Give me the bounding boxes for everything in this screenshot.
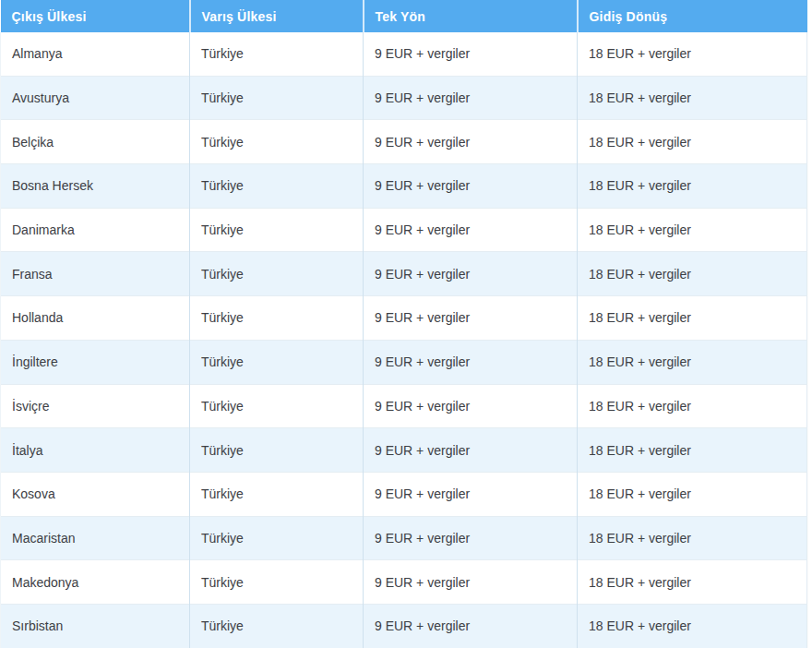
one-way-price-cell: 9 EUR + vergiler: [364, 560, 578, 605]
round-trip-price-cell: 18 EUR + vergiler: [578, 252, 807, 296]
table-row: Makedonya Türkiye 9 EUR + vergiler 18 EU…: [1, 560, 807, 605]
one-way-price-cell: 9 EUR + vergiler: [364, 32, 578, 76]
arrival-country-cell: Türkiye: [190, 252, 364, 296]
departure-country-cell: Hollanda: [1, 296, 190, 341]
column-header-one-way: Tek Yön: [364, 0, 578, 32]
departure-country-cell: İtalya: [1, 428, 190, 473]
departure-country-cell: İsviçre: [1, 384, 190, 428]
departure-country-cell: Belçika: [1, 120, 190, 164]
table-row: Fransa Türkiye 9 EUR + vergiler 18 EUR +…: [1, 252, 807, 296]
arrival-country-cell: Türkiye: [190, 428, 364, 473]
table-row: İtalya Türkiye 9 EUR + vergiler 18 EUR +…: [1, 428, 807, 473]
table-row: Avusturya Türkiye 9 EUR + vergiler 18 EU…: [1, 76, 807, 120]
one-way-price-cell: 9 EUR + vergiler: [364, 252, 578, 296]
arrival-country-cell: Türkiye: [190, 76, 364, 120]
round-trip-price-cell: 18 EUR + vergiler: [578, 560, 807, 605]
table-row: Almanya Türkiye 9 EUR + vergiler 18 EUR …: [1, 32, 807, 76]
column-header-round-trip: Gidiş Dönüş: [578, 0, 807, 32]
round-trip-price-cell: 18 EUR + vergiler: [578, 428, 807, 473]
round-trip-price-cell: 18 EUR + vergiler: [578, 296, 807, 341]
table-row: İngiltere Türkiye 9 EUR + vergiler 18 EU…: [1, 340, 807, 384]
table-body: Almanya Türkiye 9 EUR + vergiler 18 EUR …: [1, 32, 807, 648]
table-row: İsviçre Türkiye 9 EUR + vergiler 18 EUR …: [1, 384, 807, 428]
table-header: Çıkış Ülkesi Varış Ülkesi Tek Yön Gidiş …: [1, 0, 807, 32]
round-trip-price-cell: 18 EUR + vergiler: [578, 120, 807, 164]
one-way-price-cell: 9 EUR + vergiler: [364, 384, 578, 428]
table-row: Sırbistan Türkiye 9 EUR + vergiler 18 EU…: [1, 604, 807, 647]
one-way-price-cell: 9 EUR + vergiler: [364, 76, 578, 120]
table-row: Hollanda Türkiye 9 EUR + vergiler 18 EUR…: [1, 296, 807, 341]
one-way-price-cell: 9 EUR + vergiler: [364, 296, 578, 341]
table-row: Kosova Türkiye 9 EUR + vergiler 18 EUR +…: [1, 472, 807, 516]
one-way-price-cell: 9 EUR + vergiler: [364, 472, 578, 516]
departure-country-cell: Avusturya: [1, 76, 190, 120]
round-trip-price-cell: 18 EUR + vergiler: [578, 32, 807, 76]
column-header-arrival-country: Varış Ülkesi: [190, 0, 364, 32]
departure-country-cell: Danimarka: [1, 208, 190, 252]
arrival-country-cell: Türkiye: [190, 164, 364, 209]
table-row: Macaristan Türkiye 9 EUR + vergiler 18 E…: [1, 516, 807, 560]
one-way-price-cell: 9 EUR + vergiler: [364, 164, 578, 209]
arrival-country-cell: Türkiye: [190, 32, 364, 76]
departure-country-cell: Macaristan: [1, 516, 190, 560]
column-header-departure-country: Çıkış Ülkesi: [1, 0, 190, 32]
departure-country-cell: Makedonya: [1, 560, 190, 605]
arrival-country-cell: Türkiye: [190, 472, 364, 516]
arrival-country-cell: Türkiye: [190, 604, 364, 647]
arrival-country-cell: Türkiye: [190, 340, 364, 384]
departure-country-cell: Fransa: [1, 252, 190, 296]
departure-country-cell: Kosova: [1, 472, 190, 516]
price-table-container: Çıkış Ülkesi Varış Ülkesi Tek Yön Gidiş …: [0, 0, 806, 648]
round-trip-price-cell: 18 EUR + vergiler: [578, 384, 807, 428]
one-way-price-cell: 9 EUR + vergiler: [364, 516, 578, 560]
round-trip-price-cell: 18 EUR + vergiler: [578, 340, 807, 384]
arrival-country-cell: Türkiye: [190, 208, 364, 252]
table-header-row: Çıkış Ülkesi Varış Ülkesi Tek Yön Gidiş …: [1, 0, 807, 32]
arrival-country-cell: Türkiye: [190, 120, 364, 164]
table-row: Bosna Hersek Türkiye 9 EUR + vergiler 18…: [1, 164, 807, 209]
departure-country-cell: Sırbistan: [1, 604, 190, 647]
departure-country-cell: İngiltere: [1, 340, 190, 384]
arrival-country-cell: Türkiye: [190, 560, 364, 605]
table-row: Belçika Türkiye 9 EUR + vergiler 18 EUR …: [1, 120, 807, 164]
arrival-country-cell: Türkiye: [190, 296, 364, 341]
table-row: Danimarka Türkiye 9 EUR + vergiler 18 EU…: [1, 208, 807, 252]
round-trip-price-cell: 18 EUR + vergiler: [578, 516, 807, 560]
departure-country-cell: Almanya: [1, 32, 190, 76]
arrival-country-cell: Türkiye: [190, 516, 364, 560]
departure-country-cell: Bosna Hersek: [1, 164, 190, 209]
one-way-price-cell: 9 EUR + vergiler: [364, 428, 578, 473]
round-trip-price-cell: 18 EUR + vergiler: [578, 604, 807, 647]
round-trip-price-cell: 18 EUR + vergiler: [578, 472, 807, 516]
round-trip-price-cell: 18 EUR + vergiler: [578, 76, 807, 120]
price-table: Çıkış Ülkesi Varış Ülkesi Tek Yön Gidiş …: [0, 0, 807, 648]
one-way-price-cell: 9 EUR + vergiler: [364, 604, 578, 647]
round-trip-price-cell: 18 EUR + vergiler: [578, 208, 807, 252]
round-trip-price-cell: 18 EUR + vergiler: [578, 164, 807, 209]
one-way-price-cell: 9 EUR + vergiler: [364, 208, 578, 252]
one-way-price-cell: 9 EUR + vergiler: [364, 340, 578, 384]
one-way-price-cell: 9 EUR + vergiler: [364, 120, 578, 164]
arrival-country-cell: Türkiye: [190, 384, 364, 428]
